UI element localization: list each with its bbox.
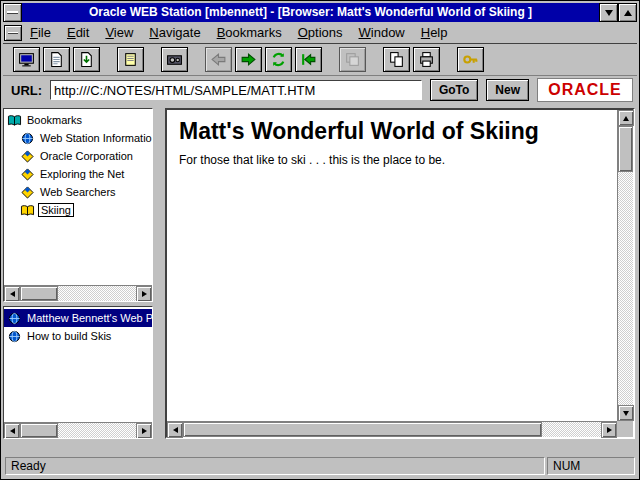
- page-text: For those that like to ski . . . this is…: [179, 153, 605, 167]
- history-scroll-right-button[interactable]: [136, 423, 152, 439]
- bottom-gap: [3, 439, 637, 455]
- new-button[interactable]: New: [486, 79, 529, 101]
- url-bar: URL: GoTo New ORACLE: [3, 76, 637, 104]
- clone-window-button: [339, 47, 366, 72]
- content-scroll-left-button[interactable]: [167, 422, 183, 438]
- bookmark-item-0[interactable]: Web Station Information: [4, 129, 152, 147]
- content-hscroll-thumb[interactable]: [183, 422, 542, 437]
- arrow-left-icon: [210, 51, 227, 68]
- app-window: Oracle WEB Station [mbennett] - [Browser…: [0, 0, 640, 480]
- save-icon: [78, 51, 95, 68]
- system-menu-icon: [7, 11, 18, 14]
- bookmark-item-3[interactable]: Web Searchers: [4, 183, 152, 201]
- arrow-left-icon: [173, 427, 178, 433]
- bookmarks-panel: BookmarksWeb Station InformationOracle C…: [3, 108, 153, 302]
- history-scroll-left-button[interactable]: [4, 423, 20, 439]
- maximize-button[interactable]: [618, 3, 637, 22]
- history-hscroll-thumb[interactable]: [20, 423, 58, 438]
- menu-bookmarks[interactable]: Bookmarks: [217, 25, 282, 40]
- history-item-1-label: How to build Skis: [25, 330, 113, 342]
- content-hscroll-track: [183, 422, 601, 437]
- status-bar: Ready NUM: [3, 455, 637, 477]
- url-label: URL:: [11, 83, 42, 98]
- menu-window[interactable]: Window: [359, 25, 405, 40]
- minimize-icon: [605, 10, 613, 16]
- print-icon: [418, 51, 435, 68]
- book-open-icon: [7, 114, 22, 127]
- back-button: [205, 47, 232, 72]
- menu-help[interactable]: Help: [421, 25, 448, 40]
- bookmark-page-icon: [20, 168, 35, 181]
- bookmarks-root[interactable]: Bookmarks: [4, 111, 152, 129]
- content-vscroll-thumb[interactable]: [618, 126, 633, 172]
- history-item-1[interactable]: How to build Skis: [4, 327, 152, 345]
- bookmarks-root-label: Bookmarks: [25, 114, 84, 126]
- bookmarks-tree: BookmarksWeb Station InformationOracle C…: [4, 109, 152, 285]
- bookmark-item-4-label: Skiing: [38, 203, 74, 217]
- content-scroll-up-button[interactable]: [618, 110, 634, 126]
- menu-items: FileEditViewNavigateBookmarksOptionsWind…: [30, 25, 448, 40]
- arrow-return-icon: [300, 51, 317, 68]
- key-icon: [462, 51, 479, 68]
- save-document-button[interactable]: [73, 47, 100, 72]
- child-system-menu-icon: [8, 32, 18, 34]
- bookmarks-scroll-right-button[interactable]: [136, 286, 152, 302]
- bookmark-item-1[interactable]: Oracle Corporation: [4, 147, 152, 165]
- toolbar: [3, 44, 637, 76]
- reload-button[interactable]: [265, 47, 292, 72]
- content-hscrollbar: [167, 421, 617, 437]
- child-system-menu-button[interactable]: [4, 25, 22, 41]
- menu-bar: FileEditViewNavigateBookmarksOptionsWind…: [3, 22, 637, 44]
- return-button[interactable]: [295, 47, 322, 72]
- arrow-down-icon: [623, 411, 629, 416]
- history-hscroll-track: [20, 423, 136, 438]
- menu-view[interactable]: View: [105, 25, 133, 40]
- arrow-right-icon: [142, 428, 147, 434]
- main-area: BookmarksWeb Station InformationOracle C…: [3, 104, 637, 439]
- goto-button[interactable]: GoTo: [430, 79, 478, 101]
- history-item-0[interactable]: Matthew Bennett's Web Pa: [4, 309, 152, 327]
- url-input[interactable]: [50, 80, 422, 100]
- bookmark-page-icon: [20, 186, 35, 199]
- num-indicator: NUM: [547, 457, 635, 475]
- bookmark-item-0-label: Web Station Information: [38, 132, 152, 144]
- left-panel: BookmarksWeb Station InformationOracle C…: [3, 108, 153, 439]
- history-item-0-label: Matthew Bennett's Web Pa: [25, 312, 152, 324]
- help-button[interactable]: [457, 47, 484, 72]
- browser-content-pane: Matt's Wonderful World of Skiing For tho…: [165, 108, 635, 439]
- bookmark-item-2[interactable]: Exploring the Net: [4, 165, 152, 183]
- system-menu-button[interactable]: [3, 3, 22, 22]
- globe-icon: [7, 312, 22, 325]
- menu-options[interactable]: Options: [298, 25, 343, 40]
- bookmark-item-4[interactable]: Skiing: [4, 201, 152, 219]
- snapshot-button[interactable]: [161, 47, 188, 72]
- view-document-button[interactable]: [43, 47, 70, 72]
- bookmarks-hscroll-thumb[interactable]: [20, 286, 58, 301]
- arrow-right-icon: [240, 51, 257, 68]
- menu-file[interactable]: File: [30, 25, 51, 40]
- arrow-up-icon: [623, 116, 629, 121]
- content-scroll-right-button[interactable]: [601, 422, 617, 438]
- content-scroll-down-button[interactable]: [618, 405, 634, 421]
- reload-icon: [270, 51, 287, 68]
- document-icon: [48, 51, 65, 68]
- print-button[interactable]: [413, 47, 440, 72]
- globe-icon: [7, 330, 22, 343]
- book-yellow-icon: [20, 204, 35, 217]
- forward-button[interactable]: [235, 47, 262, 72]
- new-page-button[interactable]: [117, 47, 144, 72]
- history-panel: Matthew Bennett's Web PaHow to build Ski…: [3, 306, 153, 439]
- status-message: Ready: [5, 457, 545, 475]
- menu-edit[interactable]: Edit: [67, 25, 89, 40]
- menu-navigate[interactable]: Navigate: [149, 25, 200, 40]
- minimize-button[interactable]: [599, 3, 618, 22]
- maximize-icon: [624, 10, 632, 16]
- clone-icon: [344, 51, 361, 68]
- bookmarks-scroll-left-button[interactable]: [4, 286, 20, 302]
- copy-button[interactable]: [383, 47, 410, 72]
- arrow-right-icon: [607, 427, 612, 433]
- arrow-right-icon: [142, 291, 147, 297]
- bookmark-item-2-label: Exploring the Net: [38, 168, 126, 180]
- open-location-button[interactable]: [13, 47, 40, 72]
- arrow-left-icon: [10, 428, 15, 434]
